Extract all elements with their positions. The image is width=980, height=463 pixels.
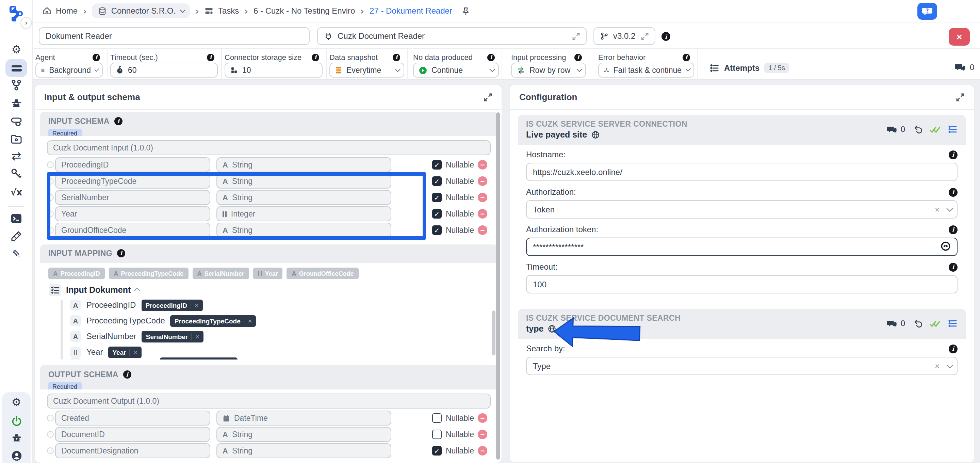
spy-mode-icon[interactable] [0,430,33,445]
terminal-icon[interactable] [0,211,33,226]
nullable-checkbox[interactable]: ✓ [432,446,442,455]
row-radio[interactable] [47,161,54,168]
sidebar-collapse-button[interactable]: › [21,17,32,29]
remove-tag-icon[interactable]: × [229,359,234,359]
breadcrumb-home[interactable]: Home [42,6,78,16]
flows-branch-icon[interactable] [0,78,33,93]
breadcrumb-tasks[interactable]: Tasks [205,6,239,16]
log-list-icon[interactable] [948,125,958,134]
mapping-tree-header[interactable]: Input Dokument [49,284,140,296]
expand-icon[interactable] [956,93,964,101]
mapping-tag[interactable]: ProceedingTypeCode× [170,315,256,326]
user-account-icon[interactable] [0,448,33,463]
expand-icon[interactable] [484,93,492,101]
input-processing-select[interactable]: Row by row [511,63,586,78]
help-button[interactable]: ? [917,3,937,20]
info-icon[interactable]: i [574,53,582,61]
collapse-chevron-icon[interactable] [134,288,140,294]
remove-field-button[interactable]: − [478,176,487,186]
preferences-gear-icon[interactable]: ⚙ [0,395,33,410]
tasks-list-icon[interactable] [0,61,33,75]
version-select[interactable]: v3.0.2 [593,27,655,45]
validate-double-check-icon[interactable] [930,125,940,134]
spy-icon[interactable] [0,96,33,111]
info-icon[interactable]: i [949,150,958,159]
field-name-input[interactable]: Created [55,410,210,426]
info-icon[interactable]: i [949,225,958,234]
breadcrumb-current[interactable]: 27 - Dokument Reader [369,6,452,16]
error-behavior-select[interactable]: Fail task & continue [598,63,694,78]
field-type-input[interactable]: AString [216,443,391,458]
folder-gear-icon[interactable] [0,131,33,146]
task-name-input[interactable]: Dokument Reader [39,27,310,45]
info-icon[interactable]: i [949,344,958,353]
field-type-input[interactable]: DateTime [216,410,391,426]
undo-icon[interactable] [913,125,922,134]
expand-icon[interactable] [641,32,649,40]
field-name-input[interactable]: DocumentDesignation [55,443,210,458]
mapping-chip[interactable]: AProceedingTypeCode [109,268,188,279]
row-radio[interactable] [47,447,54,454]
nullable-checkbox[interactable]: ✓ [432,176,442,186]
validate-double-check-icon[interactable] [930,319,940,328]
storage-input[interactable]: 10 [224,63,323,78]
no-data-select[interactable]: Continue [413,63,499,78]
mapping-chip[interactable]: AGroundOfficeCode [287,268,359,279]
transfer-arrows-icon[interactable]: ⇄ [0,148,33,163]
agent-select[interactable]: Background [35,63,103,78]
remove-tag-icon[interactable]: × [134,348,138,356]
power-icon[interactable] [0,413,33,428]
info-icon[interactable]: i [92,53,100,61]
field-type-input[interactable]: AString [216,157,391,172]
remove-field-button[interactable]: − [478,429,487,439]
mapping-tag[interactable]: ProceedingID× [141,299,202,311]
info-icon[interactable]: i [207,53,215,61]
timeout-config-input[interactable]: 100 [526,275,958,294]
mapping-tag[interactable]: GroundOfficeCode× [160,357,237,359]
info-icon[interactable]: i [393,53,400,61]
field-name-input[interactable]: DocumentID [55,427,210,442]
section-comments[interactable]: 0 [887,125,905,134]
remove-tag-icon[interactable]: × [195,333,199,340]
pencil-icon[interactable]: ✎ [0,246,33,262]
remove-field-button[interactable]: − [478,225,487,235]
nullable-checkbox[interactable]: ✓ [432,193,442,202]
info-icon[interactable]: i [487,53,495,61]
tag-icon[interactable] [0,114,33,129]
nullable-checkbox[interactable] [432,413,442,423]
remove-field-button[interactable]: − [478,209,487,219]
info-icon[interactable]: i [662,32,670,41]
breadcrumb-connector[interactable]: Connector S.R.O. [92,3,190,18]
row-radio[interactable] [47,415,54,421]
input-schema-name[interactable]: Cuzk Document Input (1.0.0) [47,140,491,155]
authorization-select[interactable]: Token× [526,200,958,219]
info-icon[interactable]: i [312,53,319,61]
search-by-select[interactable]: Type× [526,357,958,375]
hostname-input[interactable]: https://cuzk.xeelo.online/ [526,163,958,181]
reveal-password-eye-icon[interactable] [940,241,951,253]
output-schema-name[interactable]: Cuzk Document Output (1.0.0) [47,394,491,409]
nullable-checkbox[interactable]: ✓ [432,209,442,219]
info-icon[interactable]: i [123,370,131,378]
clear-icon[interactable]: × [935,361,940,371]
settings-gear-icon[interactable]: ⚙ [0,42,33,57]
field-name-input[interactable]: ProceedingID [55,157,210,172]
info-icon[interactable]: i [117,249,125,257]
expand-icon[interactable] [572,32,580,40]
connector-select[interactable]: Cuzk Document Reader [317,27,587,45]
info-icon[interactable]: i [949,262,958,271]
remove-tag-icon[interactable]: × [195,301,199,309]
remove-tag-icon[interactable]: × [248,317,252,324]
field-type-input[interactable]: AString [216,427,391,442]
mapping-chip[interactable]: AProceedingID [48,268,105,279]
breadcrumb-task-group[interactable]: 6 - Cuzk - No Testing Enviro [253,6,355,16]
key-icon[interactable] [0,166,33,181]
timeout-input[interactable]: 60 [110,63,218,78]
info-icon[interactable]: i [682,53,690,61]
nullable-checkbox[interactable]: ✓ [432,160,442,169]
mapping-scrollbar[interactable] [492,310,495,355]
remove-field-button[interactable]: − [478,160,487,169]
panel-scrollbar[interactable] [496,112,500,460]
info-icon[interactable]: i [949,188,958,196]
formula-sqrt-icon[interactable]: √x [0,185,33,200]
